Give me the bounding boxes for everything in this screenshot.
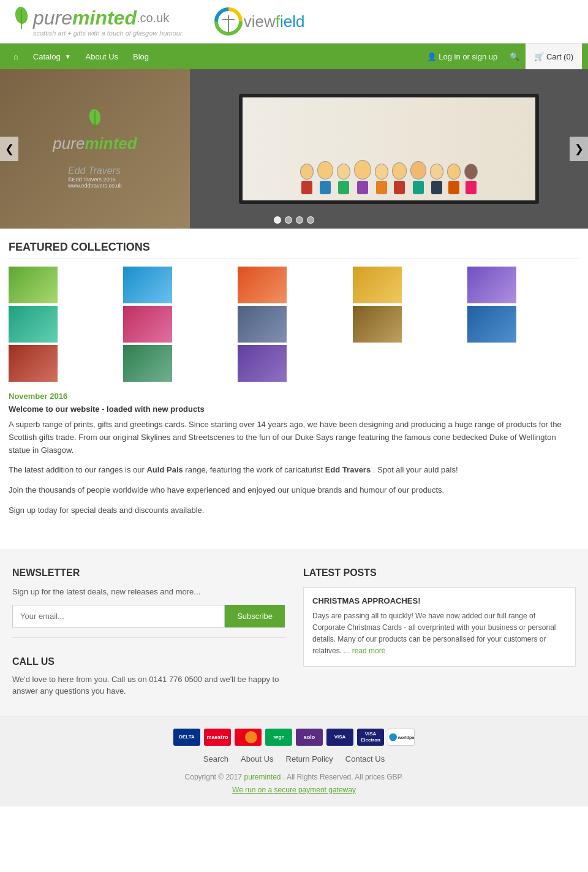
footer-links: Search About Us Return Policy Contact Us [12,754,576,764]
navbar: ⌂ Catalog ▼ About Us Blog 👤 Log in or si… [0,44,588,69]
nav-login[interactable]: 👤 Log in or sign up [421,44,504,69]
nav-about[interactable]: About Us [78,44,126,69]
welcome-body1: A superb range of prints, gifts and gree… [9,419,579,457]
payment-solo: solo [296,729,323,746]
nav-search[interactable]: 🔍 [503,44,526,69]
newsletter-section: NEWSLETTER Sign up for the latest deals,… [12,567,285,627]
nav-catalog[interactable]: Catalog ▼ [26,44,78,69]
slideshow-right-panel [190,69,588,229]
featured-title: FEATURED COLLECTIONS [9,241,579,259]
header: pureminted.co.uk scottish art + gifts wi… [0,0,588,44]
nav-home[interactable]: ⌂ [6,44,26,69]
nav-right: 👤 Log in or sign up 🔍 🛒 Cart (0) [421,44,582,69]
collection-item[interactable] [123,306,172,343]
welcome-body4: Sign up today for special deals and disc… [9,504,579,517]
newsletter-form: Subscribe [12,605,285,627]
payment-worldpay: worldpay [388,729,415,746]
lower-section: NEWSLETTER Sign up for the latest deals,… [0,549,588,716]
footer-return-policy-link[interactable]: Return Policy [286,754,333,764]
left-lower-col: NEWSLETTER Sign up for the latest deals,… [12,567,285,697]
footer: DELTA maestro sage solo VISA VISAElectro… [0,716,588,806]
payment-maestro: maestro [204,729,231,746]
payment-visa: VISA [326,729,353,746]
newsletter-description: Sign up for the latest deals, new releas… [12,587,285,596]
read-more-link[interactable]: read more [352,646,386,655]
collection-item[interactable] [9,267,58,303]
dot-4[interactable] [307,216,314,224]
collection-item[interactable] [238,345,287,382]
svg-text:worldpay: worldpay [397,735,414,740]
collection-item[interactable] [353,306,402,343]
welcome-body2: The latest addition to our ranges is our… [9,464,579,477]
footer-search-link[interactable]: Search [203,754,228,764]
footer-site-link[interactable]: pureminted [244,773,281,781]
welcome-section: November 2016 Welcome to our website - l… [9,392,579,517]
collection-item[interactable] [123,267,172,303]
leaf-icon [12,7,31,29]
payment-visa-electron: VISAElectron [357,729,384,746]
footer-about-link[interactable]: About Us [241,754,273,764]
featured-collections-section: FEATURED COLLECTIONS [9,241,579,382]
main-content: FEATURED COLLECTIONS November 2016 Welco… [0,229,588,537]
collection-item[interactable] [238,306,287,343]
dot-1[interactable] [274,216,281,224]
artist-credit: Edd Travers ©Edd Travers 2016 www.eddtra… [68,165,122,189]
welcome-body3: Join the thousands of people worldwide w… [9,484,579,497]
viewfield-logo[interactable]: viewfield [213,6,305,37]
post-text-1: Days are passing all to quickly! We have… [312,610,567,658]
cart-icon: 🛒 [534,52,544,61]
auld-pals-label: Auld Pals [146,465,183,474]
call-us-section: CALL US We'd love to here from you. Call… [12,656,285,697]
nav-cart[interactable]: 🛒 Cart (0) [526,44,582,69]
dot-2[interactable] [285,216,292,224]
svg-point-8 [389,733,397,741]
footer-secure: We run on a secure payment gateway [12,786,576,794]
search-icon: 🔍 [510,52,519,61]
slide-prev-button[interactable]: ❮ [0,137,18,161]
nav-blog[interactable]: Blog [126,44,156,69]
edd-travers-label: Edd Travers [325,465,371,474]
chevron-down-icon: ▼ [65,53,71,60]
header-logos: pureminted.co.uk scottish art + gifts wi… [12,6,304,37]
call-us-text: We'd love to here from you. Call us on 0… [12,673,285,697]
slideshow-left-panel: pureminted Edd Travers ©Edd Travers 2016… [0,69,190,229]
welcome-date: November 2016 [9,392,579,401]
slide-dots [274,216,314,224]
footer-secure-link[interactable]: We run on a secure payment gateway [232,786,356,794]
collection-item[interactable] [238,267,287,303]
slideshow: ❮ pureminted Edd Travers ©Edd Travers 20… [0,69,588,229]
payment-sage: sage [265,729,292,746]
post-title-1: CHRISTMAS APPROACHES! [312,596,567,605]
footer-contact-link[interactable]: Contact Us [345,754,385,764]
dot-3[interactable] [296,216,303,224]
subscribe-button[interactable]: Subscribe [225,605,285,627]
footer-copyright: Copyright © 2017 pureminted . All Rights… [12,771,576,783]
email-input[interactable] [12,605,225,627]
post-card-1: CHRISTMAS APPROACHES! Days are passing a… [303,587,576,667]
logo-tagline: scottish art + gifts with a touch of gla… [33,29,183,37]
latest-posts-title: LATEST POSTS [303,567,576,578]
welcome-heading: Welcome to our website - loaded with new… [9,404,579,414]
svg-point-7 [245,731,257,743]
payment-delta: DELTA [173,729,200,746]
collection-item[interactable] [9,306,58,343]
newsletter-title: NEWSLETTER [12,567,285,578]
collection-item[interactable] [353,267,402,303]
user-icon: 👤 [427,52,437,61]
viewfield-arc-icon [213,6,244,37]
collections-grid [9,267,579,382]
collection-item[interactable] [467,267,516,303]
collection-item[interactable] [9,345,58,382]
payment-icons: DELTA maestro sage solo VISA VISAElectro… [12,729,576,746]
payment-mastercard [235,729,262,746]
collection-item[interactable] [467,306,516,343]
slide-next-button[interactable]: ❯ [570,137,588,161]
collection-item[interactable] [123,345,172,382]
latest-posts-section: LATEST POSTS CHRISTMAS APPROACHES! Days … [303,567,576,697]
call-us-title: CALL US [12,656,285,667]
pureminted-logo[interactable]: pureminted.co.uk scottish art + gifts wi… [12,7,183,37]
slideshow-leaf-icon [86,109,104,130]
